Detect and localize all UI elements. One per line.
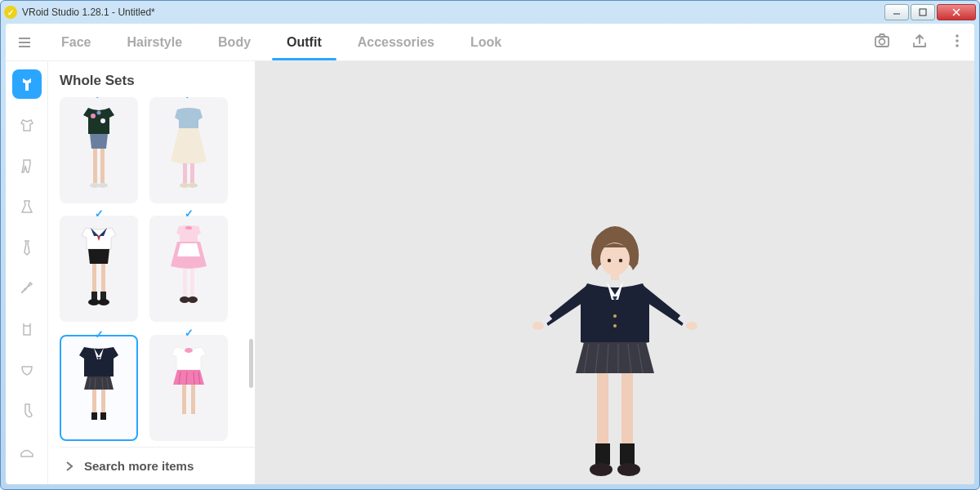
svg-rect-48 — [191, 385, 195, 414]
sidebar-item-brush[interactable] — [12, 274, 42, 303]
dress-icon — [18, 198, 36, 216]
more-button[interactable] — [948, 32, 966, 53]
sidebar-item-innerwear[interactable] — [12, 314, 42, 344]
svg-rect-67 — [595, 443, 610, 465]
window-title: VRoid Studio 1.28.1 - Untitled* — [22, 7, 883, 18]
svg-point-69 — [590, 463, 612, 476]
close-button[interactable] — [937, 4, 976, 20]
innerwear-icon — [18, 320, 36, 338]
svg-rect-1 — [920, 9, 926, 16]
minimize-button[interactable] — [884, 4, 909, 20]
svg-point-50 — [608, 259, 611, 262]
character-model — [509, 213, 721, 484]
camera-button[interactable] — [873, 32, 891, 53]
sidebar-item-shoes[interactable] — [12, 437, 42, 466]
sidebar-item-bottoms[interactable] — [12, 151, 42, 180]
check-icon: ✓ — [95, 97, 104, 101]
main-tabs: Face Hairstyle Body Outfit Accessories L… — [43, 24, 873, 60]
outfit-preview — [66, 220, 131, 318]
svg-rect-20 — [190, 163, 194, 183]
svg-rect-39 — [101, 390, 105, 416]
svg-point-70 — [617, 463, 640, 476]
bottoms-icon — [18, 157, 36, 175]
svg-rect-15 — [93, 149, 97, 183]
sidebar-item-necktie[interactable] — [12, 233, 42, 262]
svg-point-53 — [613, 314, 617, 318]
panel-title: Whole Sets — [60, 73, 255, 89]
hamburger-icon — [16, 34, 33, 51]
svg-rect-26 — [100, 292, 106, 300]
outfit-grid: ✓ ✓ — [60, 97, 255, 447]
check-icon: ✓ — [185, 97, 194, 101]
tab-hairstyle[interactable]: Hairstyle — [109, 24, 200, 60]
window-controls — [883, 4, 976, 20]
outfit-preview — [66, 339, 131, 437]
brush-icon — [18, 279, 36, 297]
svg-point-10 — [956, 39, 959, 42]
top-actions — [873, 32, 974, 53]
search-more-button[interactable]: Search more items — [60, 447, 255, 484]
items-panel: Whole Sets ✓ ✓ — [48, 61, 256, 484]
check-icon: ✓ — [95, 207, 104, 220]
tab-face[interactable]: Face — [43, 24, 109, 60]
outfit-preview — [156, 220, 221, 318]
export-button[interactable] — [911, 32, 929, 53]
search-more-label: Search more items — [84, 459, 194, 473]
maximize-button[interactable] — [911, 4, 935, 20]
svg-rect-52 — [611, 274, 619, 280]
svg-rect-23 — [92, 264, 96, 295]
svg-point-8 — [880, 38, 885, 44]
close-icon — [951, 7, 961, 17]
svg-point-9 — [956, 34, 959, 38]
svg-point-27 — [88, 299, 100, 305]
svg-point-58 — [686, 322, 697, 330]
svg-rect-24 — [101, 264, 105, 295]
svg-point-42 — [185, 348, 193, 353]
svg-rect-40 — [91, 412, 97, 420]
outfit-thumb-tropical[interactable]: ✓ — [60, 97, 138, 203]
kebab-icon — [948, 32, 966, 50]
maximize-icon — [919, 8, 927, 16]
outfit-thumb-maid[interactable]: ✓ — [149, 216, 228, 322]
main-area: Whole Sets ✓ ✓ — [6, 61, 974, 484]
svg-point-14 — [97, 111, 101, 115]
outfit-thumb-pink-uniform[interactable]: ✓ — [149, 335, 228, 441]
check-icon: ✓ — [95, 328, 104, 341]
outfit-thumb-summer-dress[interactable]: ✓ — [149, 97, 228, 203]
outfit-thumb-sailor[interactable]: ✓ — [60, 216, 138, 322]
svg-point-33 — [188, 296, 198, 303]
svg-point-54 — [613, 324, 617, 327]
svg-point-29 — [185, 226, 192, 229]
sidebar-item-tops[interactable] — [12, 110, 42, 140]
tab-body[interactable]: Body — [200, 24, 269, 60]
svg-rect-16 — [100, 149, 105, 183]
tab-look[interactable]: Look — [452, 24, 519, 60]
app-icon: ✓ — [4, 6, 17, 19]
topbar: Face Hairstyle Body Outfit Accessories L… — [6, 24, 974, 61]
tops-icon — [18, 116, 36, 134]
sidebar-item-underwear[interactable] — [12, 355, 42, 385]
socks-icon — [18, 402, 36, 420]
menu-button[interactable] — [6, 34, 43, 51]
svg-rect-19 — [183, 163, 187, 183]
svg-point-57 — [532, 322, 544, 330]
svg-rect-38 — [92, 390, 96, 416]
svg-rect-47 — [182, 385, 186, 414]
whole-sets-icon — [18, 75, 36, 93]
svg-rect-68 — [620, 443, 635, 465]
tab-accessories[interactable]: Accessories — [340, 24, 452, 60]
upload-icon — [911, 32, 929, 50]
sidebar-item-whole-sets[interactable] — [12, 69, 42, 99]
scrollbar-handle[interactable] — [249, 339, 253, 388]
titlebar[interactable]: ✓ VRoid Studio 1.28.1 - Untitled* — [1, 1, 979, 24]
necktie-icon — [18, 238, 36, 256]
outfit-thumb-blazer[interactable]: ✓ — [60, 335, 138, 441]
sidebar-item-dress[interactable] — [12, 192, 42, 221]
svg-point-51 — [619, 259, 622, 262]
viewport-3d[interactable] — [256, 61, 974, 484]
tab-outfit[interactable]: Outfit — [269, 24, 340, 60]
svg-rect-25 — [91, 292, 97, 300]
svg-rect-41 — [100, 412, 106, 420]
check-icon: ✓ — [185, 207, 194, 220]
sidebar-item-socks[interactable] — [12, 396, 42, 425]
